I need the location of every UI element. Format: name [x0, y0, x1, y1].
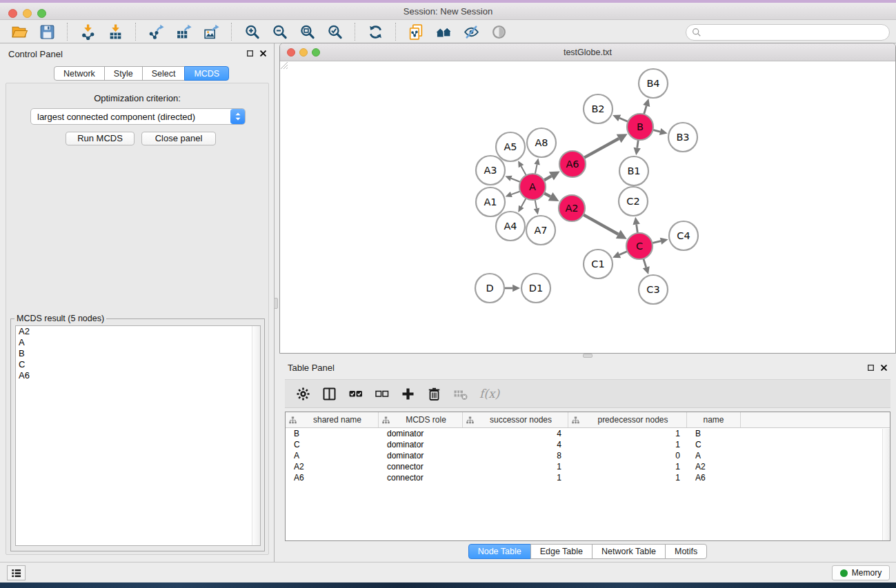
network-graph[interactable]: B4B2BB3A5A8A6A3B1AA1C2A2A4A7C4CC1C3DD1 — [280, 61, 895, 353]
tab-network-table[interactable]: Network Table — [592, 544, 666, 559]
run-mcds-button[interactable]: Run MCDS — [66, 132, 135, 145]
zoom-out-button[interactable] — [270, 23, 288, 41]
table-row[interactable]: Adominator80A — [286, 450, 890, 461]
graph-node-D1[interactable]: D1 — [521, 274, 550, 303]
column-header-MCDS-role[interactable]: MCDS role — [379, 412, 463, 427]
graph-node-A8[interactable]: A8 — [527, 128, 556, 157]
graph-node-B1[interactable]: B1 — [619, 156, 648, 185]
table-cell[interactable]: 1 — [568, 461, 687, 472]
table-cell[interactable]: connector — [379, 472, 463, 483]
show-all-button[interactable] — [490, 23, 508, 41]
tab-network[interactable]: Network — [54, 66, 105, 81]
import-table-button[interactable] — [106, 23, 124, 41]
table-cell[interactable]: 1 — [463, 461, 568, 472]
table-row[interactable]: Bdominator41B — [286, 428, 890, 439]
delete-row-button[interactable] — [426, 385, 442, 402]
graph-node-B[interactable]: B — [627, 114, 653, 140]
graph-edge-A-A2[interactable] — [544, 192, 559, 201]
graph-edge-C-C3[interactable] — [643, 258, 650, 274]
graph-edge-A2-C[interactable] — [584, 214, 627, 239]
graph-edge-A-A6[interactable] — [544, 171, 560, 180]
table-cell[interactable]: dominator — [379, 450, 463, 461]
export-network-button[interactable] — [147, 23, 165, 41]
graph-edge-B-B1[interactable] — [634, 140, 641, 155]
table-cell[interactable]: A — [286, 450, 379, 461]
graph-node-A4[interactable]: A4 — [496, 212, 525, 241]
graph-edge-A-A7[interactable] — [534, 200, 539, 215]
tab-style[interactable]: Style — [104, 66, 143, 81]
graph-edge-C-C1[interactable] — [613, 252, 627, 258]
graph-edge-A-A5[interactable] — [518, 161, 526, 175]
search-box[interactable] — [686, 24, 890, 41]
graph-node-C3[interactable]: C3 — [639, 275, 668, 304]
table-row[interactable]: A2connector11A2 — [286, 461, 890, 472]
deselect-all-button[interactable] — [373, 385, 390, 402]
graph-node-A6[interactable]: A6 — [559, 151, 586, 177]
table-cell[interactable]: connector — [379, 461, 463, 472]
graph-node-C2[interactable]: C2 — [619, 187, 648, 216]
mcds-result-list[interactable]: A2ABCA6 — [15, 325, 261, 546]
graph-node-A3[interactable]: A3 — [476, 156, 505, 185]
network-canvas[interactable]: B4B2BB3A5A8A6A3B1AA1C2A2A4A7C4CC1C3DD1 — [280, 61, 895, 353]
table-cell[interactable]: A2 — [687, 461, 741, 472]
table-cell[interactable]: A — [687, 450, 741, 461]
table-cell[interactable]: 0 — [568, 450, 687, 461]
table-cell[interactable]: A6 — [286, 472, 379, 483]
zoom-in-button[interactable] — [243, 23, 261, 41]
result-list-scrollbar[interactable] — [252, 326, 260, 545]
graph-edge-A-A4[interactable] — [518, 199, 526, 212]
table-cell[interactable]: A6 — [687, 472, 741, 483]
first-neighbors-button[interactable] — [435, 23, 452, 41]
table-row[interactable]: A6connector11A6 — [286, 472, 890, 483]
export-image-button[interactable] — [202, 23, 220, 41]
zoom-selected-button[interactable] — [326, 23, 344, 41]
table-cell[interactable]: 1 — [568, 439, 687, 450]
memory-button[interactable]: Memory — [832, 565, 890, 580]
close-panel-icon[interactable] — [259, 50, 267, 57]
import-network-button[interactable] — [79, 23, 97, 41]
table-cell[interactable]: A2 — [286, 461, 379, 472]
column-header-predecessor-nodes[interactable]: predecessor nodes — [568, 412, 687, 427]
graph-node-A5[interactable]: A5 — [496, 132, 525, 161]
graph-edge-C-C4[interactable] — [652, 238, 668, 245]
tab-edge-table[interactable]: Edge Table — [530, 544, 593, 559]
network-window-titlebar[interactable]: testGlobe.txt — [280, 43, 895, 61]
graph-edge-A-A3[interactable] — [505, 176, 520, 182]
settings-button[interactable] — [295, 385, 311, 402]
graph-node-A1[interactable]: A1 — [476, 187, 505, 216]
graph-edge-D-D1[interactable] — [504, 285, 520, 292]
graph-edge-C-C2[interactable] — [633, 217, 639, 233]
graph-node-A[interactable]: A — [519, 174, 546, 200]
graph-node-A7[interactable]: A7 — [526, 216, 555, 245]
table-cell[interactable]: 1 — [568, 428, 687, 439]
result-item[interactable]: A2 — [16, 326, 260, 337]
search-input[interactable] — [705, 28, 889, 37]
graph-edge-B-B4[interactable] — [643, 99, 650, 114]
tab-mcds[interactable]: MCDS — [184, 66, 229, 81]
table-cell[interactable]: dominator — [379, 428, 463, 439]
horizontal-splitter-grip[interactable] — [583, 354, 593, 358]
table-cell[interactable]: 1 — [568, 472, 687, 483]
graph-edge-B-B3[interactable] — [653, 128, 667, 135]
table-cell[interactable]: B — [687, 428, 741, 439]
table-cell[interactable]: 4 — [463, 439, 568, 450]
graph-edge-A6-B[interactable] — [584, 134, 628, 158]
graph-node-B3[interactable]: B3 — [668, 123, 697, 152]
tab-select[interactable]: Select — [142, 66, 186, 81]
graph-node-C1[interactable]: C1 — [584, 250, 613, 278]
table-scrollbar[interactable] — [882, 429, 890, 540]
graph-node-C[interactable]: C — [626, 233, 653, 259]
graph-edge-A-A8[interactable] — [534, 159, 539, 174]
table-cell[interactable]: 8 — [463, 450, 568, 461]
task-history-button[interactable] — [7, 565, 26, 580]
result-item[interactable]: A6 — [16, 370, 260, 381]
column-header-successor-nodes[interactable]: successor nodes — [463, 412, 568, 427]
graph-edge-A-A1[interactable] — [506, 191, 520, 197]
select-all-button[interactable] — [347, 385, 364, 402]
graph-edge-B-B2[interactable] — [613, 114, 628, 121]
table-cell[interactable]: dominator — [379, 439, 463, 450]
close-table-panel-icon[interactable] — [880, 363, 888, 374]
resize-grip-icon[interactable] — [280, 61, 288, 70]
zoom-fit-button[interactable] — [298, 23, 316, 41]
close-panel-button[interactable]: Close panel — [141, 132, 216, 145]
